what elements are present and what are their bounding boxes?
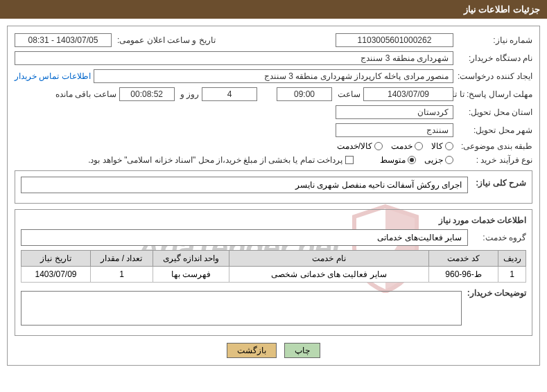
print-button[interactable]: چاپ — [284, 343, 320, 358]
announce-label: تاریخ و ساعت اعلان عمومی: — [114, 35, 216, 45]
radio-khedmat[interactable]: خدمت — [391, 141, 423, 151]
th-date: تاریخ نیاز — [21, 251, 91, 267]
radio-kala[interactable]: کالا — [431, 141, 453, 151]
back-button[interactable]: بازگشت — [227, 343, 277, 358]
countdown-field: 00:08:52 — [119, 87, 175, 101]
th-code: کد خدمت — [429, 251, 498, 267]
page-title: جزئیات اطلاعات نیاز — [0, 0, 547, 19]
th-unit: واحد اندازه گیری — [153, 251, 229, 267]
services-section: اطلاعات خدمات مورد نیاز گروه خدمت: سایر … — [15, 209, 532, 336]
service-group-label: گروه خدمت: — [471, 233, 526, 242]
notes-label: توضیحات خریدار: — [464, 288, 526, 298]
days-suffix: روز و — [177, 89, 199, 99]
remaining-label: ساعت باقی مانده — [53, 89, 116, 99]
deadline-date-field: 1403/07/09 — [363, 87, 453, 101]
services-heading: اطلاعات خدمات مورد نیاز — [21, 215, 526, 225]
radio-kala-khedmat[interactable]: کالا/خدمت — [337, 141, 383, 151]
buyer-org-field: شهرداری منطقه 3 سنندج — [15, 51, 453, 65]
description-section: شرح کلی نیاز: اجرای روکش آسفالت ناحیه من… — [15, 170, 532, 204]
city-field: سنندج — [336, 123, 453, 137]
category-label: طبقه بندی موضوعی: — [456, 141, 532, 151]
radio-jozi[interactable]: جزیی — [424, 155, 453, 165]
requester-label: ایجاد کننده درخواست: — [456, 71, 532, 81]
payment-note: پرداخت تمام یا بخشی از مبلغ خرید،از محل … — [85, 155, 342, 165]
radio-motavaset[interactable]: متوسط — [380, 155, 416, 165]
service-group-field: سایر فعالیت‌های خدماتی — [21, 229, 468, 246]
city-label: شهر محل تحویل: — [456, 125, 532, 135]
province-field: کردستان — [336, 105, 453, 119]
need-no-field: 1103005601000262 — [336, 33, 453, 47]
services-table: ردیف کد خدمت نام خدمت واحد اندازه گیری ت… — [21, 250, 526, 283]
desc-title: شرح کلی نیاز: — [471, 178, 526, 188]
buyer-org-label: نام دستگاه خریدار: — [456, 53, 532, 63]
need-no-label: شماره نیاز: — [456, 35, 532, 45]
desc-text: اجرای روکش آسفالت ناحیه منفصل شهری نایسر — [21, 177, 468, 193]
th-qty: تعداد / مقدار — [91, 251, 153, 267]
contact-link[interactable]: اطلاعات تماس خریدار — [15, 71, 91, 81]
th-row: ردیف — [498, 251, 526, 267]
deadline-label: مهلت ارسال پاسخ: تا تاریخ: — [456, 89, 532, 99]
purchase-type-label: نوع فرآیند خرید : — [456, 155, 532, 165]
announce-field: 1403/07/05 - 08:31 — [15, 33, 112, 47]
purchase-type-radio-group: جزیی متوسط — [380, 155, 453, 165]
notes-textarea[interactable] — [21, 291, 462, 326]
table-row: 1 ط-96-960 سایر فعالیت های خدماتی شخصی ف… — [21, 267, 526, 283]
category-radio-group: کالا خدمت کالا/خدمت — [337, 141, 453, 151]
requester-field: منصور مرادی پاخله کارپرداز شهرداری منطقه… — [94, 69, 453, 83]
treasury-checkbox[interactable] — [345, 156, 354, 164]
province-label: استان محل تحویل: — [456, 107, 532, 117]
th-name: نام خدمت — [229, 251, 429, 267]
time-label: ساعت — [335, 89, 361, 99]
days-field: 4 — [202, 87, 257, 101]
deadline-time-field: 09:00 — [277, 87, 332, 101]
